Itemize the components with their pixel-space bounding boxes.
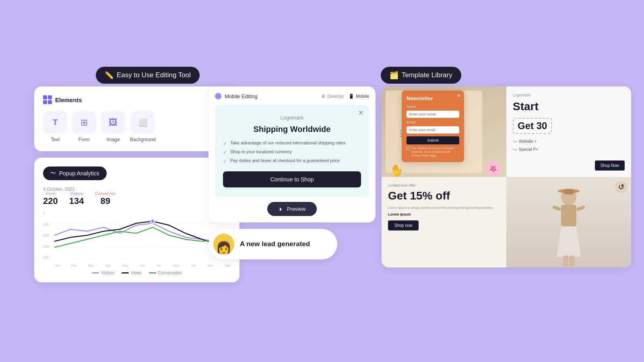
popup-logomark: Logomark: [223, 115, 361, 121]
y-axis: 400 300 200 100 0: [43, 211, 52, 259]
discount-brand: Lorem Ipsum: [388, 212, 500, 216]
tab-mobile[interactable]: 📱 Mobile: [349, 94, 369, 99]
svg-rect-9: [564, 189, 574, 194]
stat-conversion: Conversion 89: [95, 191, 116, 206]
template-link-1: ↪ Website +: [513, 139, 625, 144]
preview-icon: ⏵: [279, 206, 284, 212]
chart-area: [54, 211, 231, 259]
arrow-icon-2: ↪: [513, 147, 517, 152]
terms-row: Yes I want to be on your exclusive email…: [407, 146, 459, 157]
pencil-icon: ✏️: [105, 71, 114, 80]
mobile-editing-title: Mobile Editing: [225, 93, 258, 99]
email-input[interactable]: [407, 126, 459, 134]
svg-rect-11: [576, 205, 585, 211]
svg-rect-10: [552, 205, 561, 211]
start-logomark: Logomark: [513, 93, 625, 97]
mobile-editing-header: Mobile Editing 🖥 Desktop 📱 Mobile: [215, 93, 369, 99]
element-text[interactable]: T Text: [43, 111, 67, 142]
template-links: ↪ Website + ↪ Special P+: [513, 139, 625, 152]
lead-avatar: 👩: [213, 234, 234, 255]
arrow-icon-1: ↪: [513, 139, 517, 144]
analytics-chart: 400 300 200 100 0: [43, 211, 231, 267]
template-discount: Limited time offer Get 15% off Lorem Ips…: [382, 177, 506, 267]
popup-close-icon[interactable]: ✕: [358, 109, 363, 117]
mobile-icon: 📱: [349, 94, 354, 99]
svg-rect-12: [564, 255, 568, 266]
chart-legend: Visitors Views Conversation: [43, 271, 231, 275]
popup-feature-3: ✓ Pay duties and taxes at checkout for a…: [223, 158, 361, 164]
device-tabs: 🖥 Desktop 📱 Mobile: [321, 94, 369, 99]
grid-icon: [43, 95, 52, 104]
stats-date: 4 October, 2023: [43, 187, 116, 191]
template-library-badge: 🗂️ Template Library: [381, 67, 461, 84]
stats-values: Views 220 Visitors 134 Conversion 89: [43, 191, 116, 206]
terms-text: Yes I want to be on your exclusive email…: [411, 146, 459, 157]
tab-desktop[interactable]: 🖥 Desktop: [321, 94, 343, 99]
x-axis-labels: JanFebMarAprMay JunJulSeptOctNovDes: [54, 264, 231, 267]
elements-title: Elements: [55, 97, 82, 103]
mobile-editing-card: Mobile Editing 🖥 Desktop 📱 Mobile ✕ Logo…: [208, 86, 376, 222]
discount-desc: Lorem Ipsum is simply dummy test of the …: [388, 206, 500, 210]
name-input[interactable]: [407, 111, 459, 118]
svg-rect-7: [561, 204, 576, 226]
popup-features: ✓ Take advantage of our reduced internat…: [223, 140, 361, 164]
template-newsletter: NEWSPAPER 🌸 ✋ ✕ Newsletter Name Email Su…: [382, 86, 506, 177]
template-icon: 🗂️: [390, 71, 398, 80]
elements-grid: T Text ⊞ Form 🖼 Image ⬜ Backgrou: [43, 111, 231, 142]
form-icon-box: ⊞: [72, 111, 96, 134]
template-link-2: ↪ Special P+: [513, 147, 625, 152]
shop-now-button[interactable]: Shop Now: [595, 160, 625, 171]
template-library-panel: NEWSPAPER 🌸 ✋ ✕ Newsletter Name Email Su…: [382, 86, 631, 267]
start-title: Start: [513, 101, 625, 113]
mobile-header-left: Mobile Editing: [215, 93, 258, 99]
element-background[interactable]: ⬜ Background: [130, 111, 156, 142]
discount-label: Limited time offer: [388, 183, 500, 187]
flower-decoration: 🌸: [484, 160, 502, 177]
newsletter-submit-button[interactable]: Submit: [407, 136, 459, 144]
stat-views: Views 220: [43, 191, 58, 206]
mobile-indicator: [215, 93, 221, 99]
newsletter-title: Newsletter: [407, 95, 459, 101]
text-icon-box: T: [43, 111, 67, 134]
discount-shop-button[interactable]: Shop now: [388, 220, 419, 230]
popup-title: Shipping Worldwide: [223, 125, 361, 134]
continue-shop-button[interactable]: Continue to Shop: [223, 171, 361, 187]
center-panel: Mobile Editing 🖥 Desktop 📱 Mobile ✕ Logo…: [208, 86, 376, 259]
preview-button[interactable]: ⏵ Preview: [267, 202, 317, 216]
popup-feature-2: ✓ Shop in your localized currency: [223, 149, 361, 155]
legend-conversation: Conversation: [149, 271, 182, 275]
model-visual: [506, 177, 631, 267]
stat-visitors: Visitors 134: [69, 191, 84, 206]
analytics-stats-row: 4 October, 2023 Views 220 Visitors 134 C…: [43, 187, 231, 206]
image-icon-box: 🖼: [101, 111, 125, 134]
start-offer: Get 30: [513, 118, 552, 134]
legend-views: Views: [122, 271, 142, 275]
check-icon-2: ✓: [223, 150, 227, 155]
popup-feature-1: ✓ Take advantage of our reduced internat…: [223, 140, 361, 146]
avatar-figure: 👩: [216, 242, 232, 255]
analytics-badge: 〜 Popup Analytics: [43, 167, 107, 180]
template-start: Logomark Start Get 30 ↪ Website + ↪ Spec…: [506, 86, 631, 177]
discount-title: Get 15% off: [388, 190, 500, 202]
check-icon-3: ✓: [223, 158, 227, 164]
background-icon-box: ⬜: [131, 111, 155, 134]
elements-header: Elements: [43, 95, 231, 104]
lead-notification: 👩 A new lead generated: [208, 229, 337, 259]
element-image[interactable]: 🖼 Image: [101, 111, 125, 142]
email-label: Email: [407, 120, 459, 124]
popup-card: ✕ Logomark Shipping Worldwide ✓ Take adv…: [215, 105, 369, 197]
svg-point-5: [151, 219, 155, 223]
cursor-decoration: ↺: [615, 181, 627, 193]
chart-icon: 〜: [50, 170, 56, 177]
template-fashion: ↺: [506, 177, 631, 267]
check-icon-1: ✓: [223, 141, 227, 146]
terms-checkbox[interactable]: [407, 147, 410, 150]
svg-rect-13: [569, 255, 574, 266]
name-label: Name: [407, 105, 459, 109]
newsletter-overlay: ✕ Newsletter Name Email Submit Yes I wan…: [402, 90, 464, 162]
newsletter-close-icon[interactable]: ✕: [457, 93, 461, 99]
desktop-icon: 🖥: [321, 94, 325, 99]
lead-text: A new lead generated: [240, 240, 310, 248]
legend-visitors: Visitors: [92, 271, 114, 275]
element-form[interactable]: ⊞ Form: [72, 111, 96, 142]
